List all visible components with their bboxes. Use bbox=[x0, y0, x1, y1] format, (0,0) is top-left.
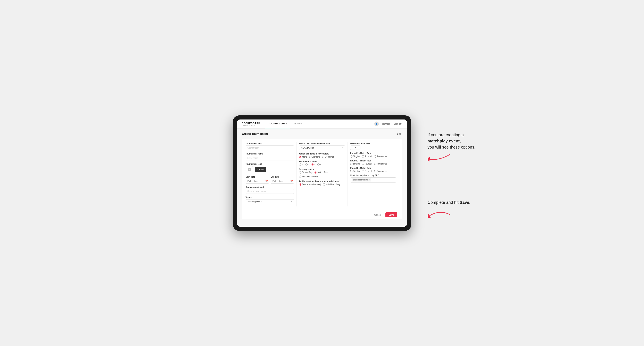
division-select[interactable]: NCAA Division I bbox=[299, 146, 345, 150]
round2-fourball-radio[interactable] bbox=[362, 163, 364, 165]
tab-teams[interactable]: TEAMS bbox=[290, 120, 305, 128]
rounds-3-radio[interactable] bbox=[311, 164, 314, 166]
venue-label: Venue bbox=[246, 196, 294, 198]
nav-tabs: TOURNAMENTS TEAMS bbox=[265, 120, 305, 128]
scoring-stroke[interactable]: Stroke Play bbox=[299, 171, 312, 173]
signout-link[interactable]: Sign out bbox=[394, 123, 402, 125]
round1-foursomes[interactable]: Foursomes bbox=[374, 155, 387, 158]
teams-group: Is this event for Teams and/or Individua… bbox=[299, 180, 345, 185]
gender-combined-radio[interactable] bbox=[322, 156, 324, 158]
venue-select[interactable]: Search golf club bbox=[246, 199, 294, 204]
round2-foursomes[interactable]: Foursomes bbox=[374, 163, 387, 165]
upload-button[interactable]: Upload bbox=[255, 167, 266, 172]
cancel-button[interactable]: Cancel bbox=[372, 212, 384, 217]
gender-womens[interactable]: Womens bbox=[309, 156, 320, 158]
round3-singles-radio[interactable] bbox=[350, 170, 352, 172]
round1-fourball-radio[interactable] bbox=[362, 155, 364, 158]
round3-singles[interactable]: Singles bbox=[350, 170, 360, 172]
rounds-3[interactable]: 3 bbox=[311, 164, 315, 166]
round2-singles[interactable]: Singles bbox=[350, 163, 360, 165]
round2-foursomes-radio[interactable] bbox=[374, 163, 376, 165]
main-content: Create Tournament ← Back Tournament Host… bbox=[237, 129, 407, 227]
teams-radio-group: Teams (+Individuals) Individuals Only bbox=[299, 183, 345, 185]
end-date-wrapper: 📅 bbox=[271, 179, 294, 183]
scoring-medal[interactable]: Medal Match Play bbox=[299, 175, 318, 178]
tablet-frame: SCOREBOARD Powered by clippit TOURNAMENT… bbox=[233, 115, 411, 231]
round1-singles-radio[interactable] bbox=[350, 155, 352, 158]
round3-fourball[interactable]: Fourball bbox=[362, 170, 372, 172]
round3-radios: Singles Fourball Foursomes bbox=[350, 170, 396, 172]
middle-column: Which division is the event for? NCAA Di… bbox=[296, 142, 348, 206]
individuals-option[interactable]: Individuals Only bbox=[323, 183, 340, 185]
round2-radios: Singles Fourball Foursomes bbox=[350, 163, 396, 165]
logo-upload-area: 🖼 Upload bbox=[246, 166, 294, 173]
date-row: Start date 📅 End date bbox=[246, 176, 294, 183]
tournament-host-input[interactable] bbox=[246, 146, 294, 150]
tab-tournaments[interactable]: TOURNAMENTS bbox=[265, 120, 290, 128]
avatar: 👤 bbox=[374, 122, 379, 126]
division-select-wrapper: NCAA Division I bbox=[299, 146, 345, 150]
max-team-size-label: Maximum Team Size bbox=[350, 142, 396, 145]
round3-label: Round 3 - Match Type bbox=[350, 167, 396, 169]
save-button[interactable]: Save bbox=[386, 212, 397, 217]
rounds-2-radio[interactable] bbox=[305, 164, 308, 166]
scoring-match[interactable]: Match Play bbox=[314, 171, 328, 173]
round2-fourball[interactable]: Fourball bbox=[362, 163, 372, 165]
round1-fourball[interactable]: Fourball bbox=[362, 155, 372, 158]
sponsor-label: Sponsor (optional) bbox=[246, 186, 294, 188]
rounds-4[interactable]: 4 bbox=[318, 164, 322, 166]
rounds-1-radio[interactable] bbox=[299, 164, 302, 166]
rounds-4-radio[interactable] bbox=[318, 164, 320, 166]
scoring-stroke-radio[interactable] bbox=[299, 171, 302, 173]
tournament-host-label: Tournament Host bbox=[246, 142, 294, 145]
tournament-name-input[interactable] bbox=[246, 156, 294, 161]
user-label: Test User bbox=[380, 123, 390, 125]
gender-womens-radio[interactable] bbox=[309, 156, 312, 158]
teams-option[interactable]: Teams (+Individuals) bbox=[299, 183, 321, 185]
right-column: Maximum Team Size 5 Round 1 - Match Type… bbox=[348, 142, 398, 206]
teams-radio[interactable] bbox=[299, 183, 302, 185]
sponsor-input[interactable] bbox=[246, 189, 294, 194]
start-date-group: Start date 📅 bbox=[246, 176, 269, 183]
round3-fourball-radio[interactable] bbox=[362, 170, 364, 172]
round1-label: Round 1 - Match Type bbox=[350, 152, 396, 155]
third-party-group: Use third-party live scoring API? Leader… bbox=[350, 174, 396, 182]
division-label: Which division is the event for? bbox=[299, 142, 345, 145]
tag-close-icon[interactable]: × bbox=[368, 179, 370, 181]
round1-singles[interactable]: Singles bbox=[350, 155, 360, 158]
rounds-group: Number of rounds 1 2 bbox=[299, 161, 345, 166]
individuals-radio[interactable] bbox=[323, 183, 325, 185]
arrow-top bbox=[428, 152, 481, 163]
max-team-size-input[interactable]: 5 bbox=[350, 146, 360, 150]
scoring-label: Scoring system bbox=[299, 168, 345, 171]
tournament-host-group: Tournament Host bbox=[246, 142, 294, 150]
gender-mens-radio[interactable] bbox=[299, 156, 302, 158]
end-date-group: End date 📅 bbox=[271, 176, 294, 183]
gender-group: Which gender is the event for? Mens Wome… bbox=[299, 153, 345, 158]
gender-label: Which gender is the event for? bbox=[299, 153, 345, 155]
max-team-size-group: Maximum Team Size 5 bbox=[350, 142, 396, 150]
start-date-icon: 📅 bbox=[265, 180, 268, 182]
tournament-name-group: Tournament name bbox=[246, 153, 294, 161]
gender-radio-group: Mens Womens Combined bbox=[299, 156, 345, 158]
back-link[interactable]: ← Back bbox=[394, 133, 402, 135]
dates-group: Start date 📅 End date bbox=[246, 176, 294, 183]
scoring-match-radio[interactable] bbox=[314, 171, 317, 173]
round3-foursomes[interactable]: Foursomes bbox=[374, 170, 387, 172]
round1-radios: Singles Fourball Foursomes bbox=[350, 155, 396, 158]
rounds-2[interactable]: 2 bbox=[305, 164, 310, 166]
page-header: Create Tournament ← Back bbox=[242, 132, 402, 136]
scoring-medal-radio[interactable] bbox=[299, 175, 302, 178]
rounds-radio-group: 1 2 3 bbox=[299, 164, 345, 166]
gender-combined[interactable]: Combined bbox=[322, 156, 334, 158]
page-title: Create Tournament bbox=[242, 132, 268, 136]
round1-foursomes-radio[interactable] bbox=[374, 155, 376, 158]
gender-mens[interactable]: Mens bbox=[299, 156, 307, 158]
scoring-radio-group: Stroke Play Match Play Medal Match Play bbox=[299, 171, 345, 178]
third-party-tag-input[interactable]: Leaderboard King × bbox=[350, 177, 396, 182]
rounds-1[interactable]: 1 bbox=[299, 164, 303, 166]
round3-foursomes-radio[interactable] bbox=[374, 170, 376, 172]
form-footer: Cancel Save bbox=[242, 210, 402, 219]
round2-singles-radio[interactable] bbox=[350, 163, 352, 165]
round1-match-type-group: Round 1 - Match Type Singles Fourball bbox=[350, 152, 396, 158]
